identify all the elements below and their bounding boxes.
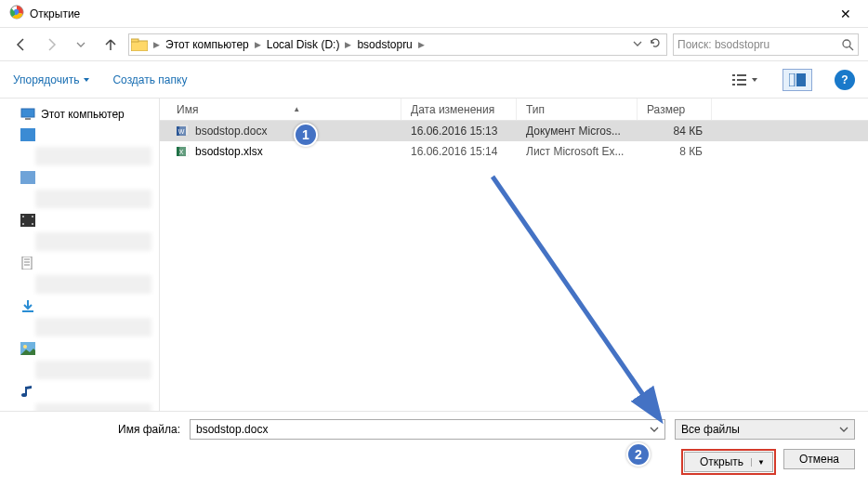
breadcrumb-item[interactable]: bsodstopru [353, 38, 415, 51]
search-input[interactable]: Поиск: bsodstopru [673, 33, 859, 56]
back-button[interactable] [9, 33, 33, 57]
svg-rect-9 [737, 79, 746, 81]
svg-rect-39 [179, 125, 189, 136]
column-date[interactable]: Дата изменения [401, 99, 517, 120]
filetype-select[interactable]: Все файлы [675, 419, 855, 440]
callout-highlight: Открыть ▼ [681, 449, 776, 475]
sidebar: Этот компьютер Local Disk (D:) [0, 99, 160, 411]
svg-line-5 [849, 46, 853, 50]
search-icon [841, 38, 854, 51]
filename-input[interactable]: bsodstop.docx [190, 419, 665, 440]
svg-point-28 [21, 393, 27, 397]
chrome-icon [9, 5, 24, 22]
toolbar: Упорядочить Создать папку ? [0, 61, 868, 99]
downloads-icon [20, 299, 35, 312]
recent-dropdown[interactable] [69, 33, 93, 57]
music-icon [20, 385, 35, 398]
breadcrumb-item[interactable]: Local Disk (D:) [263, 38, 344, 51]
view-list-button[interactable] [730, 69, 760, 91]
file-row[interactable]: Xbsodstop.xlsx16.06.2016 15:14Лист Micro… [160, 141, 868, 162]
sidebar-item[interactable] [0, 125, 159, 145]
svg-rect-2 [131, 41, 148, 51]
column-type[interactable]: Тип [517, 99, 638, 120]
close-button[interactable]: ✕ [827, 1, 864, 27]
svg-point-4 [843, 40, 850, 47]
up-button[interactable] [99, 33, 123, 57]
chevron-right-icon: ▶ [418, 40, 425, 49]
svg-rect-17 [22, 216, 24, 217]
sidebar-item[interactable] [0, 338, 159, 359]
svg-rect-18 [22, 223, 24, 225]
sidebar-item[interactable] [0, 381, 159, 401]
chevron-right-icon: ▶ [153, 40, 160, 49]
footer: Имя файла: bsodstop.docx Все файлы Откры… [0, 411, 868, 487]
documents-icon [20, 257, 35, 270]
pictures-icon [20, 342, 35, 355]
title-bar: Открытие ✕ [0, 0, 868, 28]
sidebar-item[interactable] [0, 296, 159, 316]
filename-label: Имя файла: [13, 423, 180, 436]
callout-1: 1 [294, 123, 318, 147]
organize-button[interactable]: Упорядочить [13, 73, 90, 86]
breadcrumb[interactable]: ▶ Этот компьютер ▶ Local Disk (D:) ▶ bso… [128, 33, 667, 56]
chevron-down-icon[interactable] [650, 425, 659, 434]
open-button[interactable]: Открыть ▼ [684, 452, 773, 472]
cancel-button[interactable]: Отмена [783, 449, 855, 469]
search-placeholder: Поиск: bsodstopru [677, 38, 769, 51]
window-title: Открытие [30, 7, 827, 20]
svg-rect-20 [32, 223, 33, 225]
callout-2: 2 [626, 442, 651, 467]
chevron-down-icon [839, 425, 848, 434]
sidebar-item[interactable] [0, 253, 159, 273]
help-button[interactable]: ? [835, 70, 855, 90]
chevron-right-icon: ▶ [345, 40, 351, 49]
column-size[interactable]: Размер [638, 99, 712, 120]
svg-rect-19 [32, 216, 33, 217]
folder-icon [131, 38, 148, 51]
view-preview-button[interactable] [783, 69, 812, 91]
column-name[interactable]: Имя▲ [167, 99, 401, 120]
pc-icon [20, 108, 35, 121]
svg-rect-7 [737, 74, 746, 76]
svg-rect-21 [22, 257, 32, 270]
chevron-down-icon[interactable] [633, 38, 642, 51]
svg-point-27 [23, 345, 27, 349]
videos-icon [20, 214, 35, 227]
sidebar-item-this-pc[interactable]: Этот компьютер [0, 104, 159, 125]
svg-rect-15 [25, 118, 31, 120]
breadcrumb-item[interactable]: Этот компьютер [162, 38, 253, 51]
file-header: Имя▲ Дата изменения Тип Размер [160, 99, 868, 121]
open-split-dropdown[interactable]: ▼ [751, 458, 765, 467]
file-row[interactable]: Wbsodstop.docx16.06.2016 15:13Документ M… [160, 121, 868, 141]
forward-button[interactable] [39, 33, 63, 57]
svg-rect-8 [732, 79, 735, 81]
svg-rect-13 [796, 73, 806, 86]
nav-bar: ▶ Этот компьютер ▶ Local Disk (D:) ▶ bso… [0, 28, 868, 61]
refresh-icon[interactable] [650, 37, 661, 51]
new-folder-button[interactable]: Создать папку [112, 73, 187, 86]
file-pane: Имя▲ Дата изменения Тип Размер Wbsodstop… [160, 99, 868, 411]
sidebar-item[interactable] [0, 210, 159, 230]
svg-rect-10 [732, 84, 735, 86]
sidebar-item[interactable] [0, 167, 159, 188]
chevron-right-icon: ▶ [255, 40, 261, 49]
svg-rect-11 [737, 84, 746, 86]
svg-rect-42 [179, 145, 189, 156]
svg-rect-14 [21, 109, 34, 117]
svg-rect-3 [131, 39, 138, 42]
svg-rect-6 [732, 74, 735, 76]
svg-rect-12 [789, 73, 795, 86]
